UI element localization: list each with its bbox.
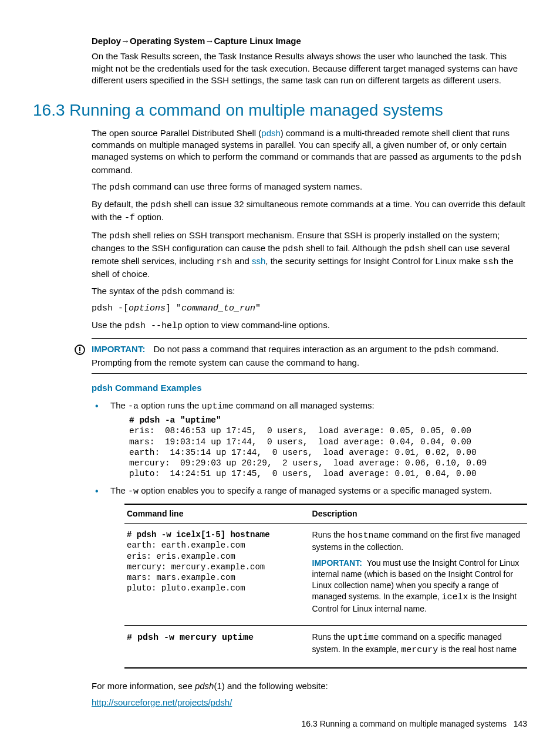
examples-heading: pdsh Command Examples [92, 382, 527, 394]
list-item: The -a option runs the uptime command on… [92, 400, 527, 479]
body-paragraph: The pdsh shell relies on SSH transport m… [92, 229, 527, 281]
list-item: The -w option enables you to specify a r… [92, 485, 527, 669]
important-callout: IMPORTANT:Do not pass a command that req… [92, 343, 527, 369]
body-paragraph: The pdsh command can use three forms of … [92, 181, 527, 194]
body-paragraph: The open source Parallel Distributed She… [92, 127, 527, 176]
svg-rect-1 [79, 347, 80, 351]
more-info: For more information, see pdsh(1) and th… [92, 680, 527, 692]
intro-paragraph: On the Task Results screen, the Task Ins… [92, 50, 527, 86]
command-table: Command line Description # pdsh -w icelx… [124, 504, 527, 668]
pdsh-link[interactable]: pdsh [261, 128, 281, 138]
code-block: # pdsh -w icelx[1-5] hostname earth: ear… [127, 529, 308, 593]
sourceforge-link[interactable]: http://sourceforge.net/projects/pdsh/ [92, 697, 232, 707]
important-icon [68, 343, 92, 369]
page-footer: 16.3 Running a command on multiple manag… [302, 718, 527, 730]
table-row: # pdsh -w mercury uptime Runs the uptime… [124, 626, 527, 668]
code-block: # pdsh -w mercury uptime [127, 633, 254, 643]
syntax-line: pdsh -[options] "command_to_run" [92, 303, 527, 315]
table-row: # pdsh -w icelx[1-5] hostname earth: ear… [124, 524, 527, 626]
table-header: Description [310, 504, 527, 523]
body-paragraph: By default, the pdsh shell can issue 32 … [92, 198, 527, 225]
table-header: Command line [124, 504, 310, 523]
svg-rect-2 [79, 352, 80, 353]
body-paragraph: Use the pdsh --help option to view comma… [92, 319, 527, 332]
code-block: # pdsh -a "uptime" eris: 08:46:53 up 17:… [129, 415, 527, 479]
breadcrumb: Deploy→Operating System→Capture Linux Im… [92, 35, 527, 47]
section-heading: 16.3 Running a command on multiple manag… [33, 99, 527, 121]
ssh-link[interactable]: ssh [252, 256, 265, 266]
body-paragraph: The syntax of the pdsh command is: [92, 285, 527, 298]
